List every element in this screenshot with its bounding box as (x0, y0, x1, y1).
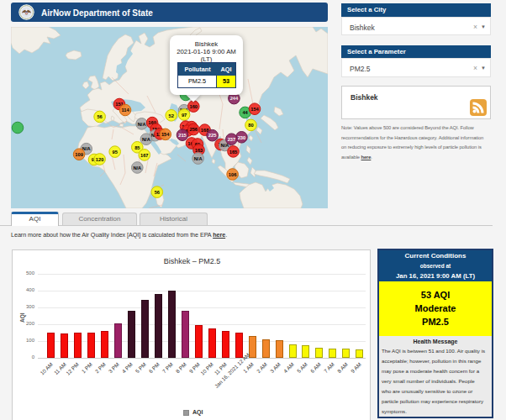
svg-text:97: 97 (182, 113, 187, 118)
svg-text:225: 225 (208, 133, 217, 138)
svg-text:109: 109 (75, 152, 83, 157)
svg-text:154: 154 (250, 107, 259, 112)
svg-text:160: 160 (190, 104, 198, 109)
svg-text:56: 56 (155, 190, 160, 195)
svg-text:N/A: N/A (133, 165, 141, 171)
svg-text:165: 165 (229, 150, 238, 155)
svg-text:80: 80 (248, 123, 253, 128)
svg-text:256: 256 (190, 127, 198, 132)
svg-text:44: 44 (242, 110, 248, 115)
svg-text:230: 230 (238, 135, 246, 140)
svg-text:167: 167 (140, 153, 149, 158)
svg-text:N/A: N/A (142, 137, 150, 142)
svg-text:N/A: N/A (194, 156, 203, 161)
svg-text:95: 95 (113, 150, 118, 155)
svg-text:56: 56 (97, 114, 102, 119)
svg-text:120: 120 (96, 157, 104, 162)
svg-text:85: 85 (134, 145, 140, 150)
svg-text:215: 215 (178, 133, 187, 138)
svg-text:163: 163 (195, 148, 203, 153)
svg-text:N/A: N/A (138, 122, 146, 127)
svg-text:244: 244 (230, 96, 239, 101)
svg-text:106: 106 (229, 172, 237, 177)
svg-text:237: 237 (228, 137, 236, 142)
svg-text:114: 114 (121, 108, 129, 113)
svg-text:52: 52 (169, 113, 174, 118)
svg-text:154: 154 (161, 132, 170, 137)
